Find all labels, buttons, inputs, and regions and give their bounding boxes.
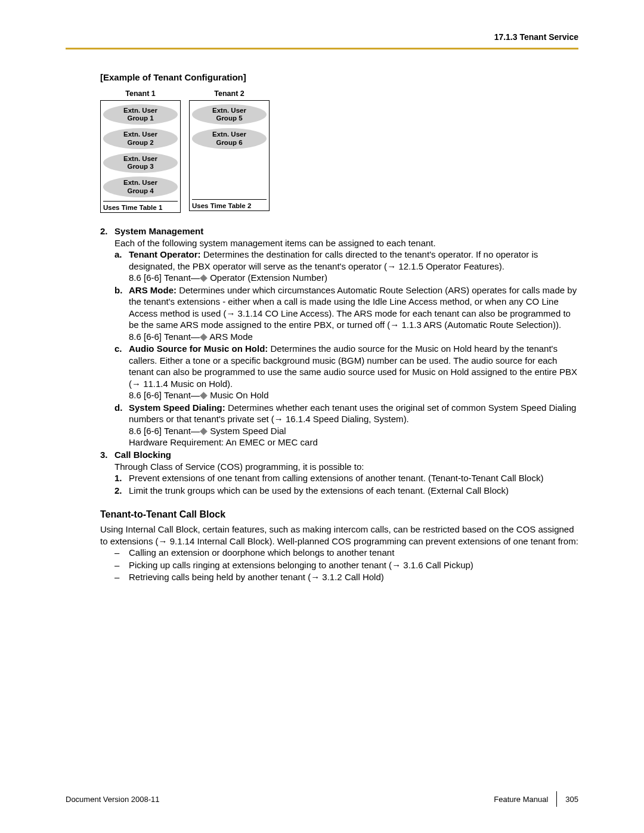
example-heading: [Example of Tenant Configuration]	[100, 72, 578, 82]
tenant-2-label: Tenant 2	[189, 89, 270, 98]
bullet-text: Calling an extension or doorphone which …	[129, 547, 394, 559]
footer-divider	[556, 791, 557, 807]
item-d-text: System Speed Dialing: Determines whether…	[129, 402, 578, 448]
item-a-text: Tenant Operator: Determines the destinat…	[129, 249, 578, 284]
footer-page-number: 305	[565, 795, 578, 804]
diamond-icon	[200, 392, 208, 400]
item-2-text: Limit the trunk groups which can be used…	[129, 485, 578, 497]
extn-group: Extn. UserGroup 1	[103, 104, 178, 125]
item-b-letter: b.	[114, 284, 129, 343]
sec-2-intro: Each of the following system management …	[114, 237, 578, 249]
item-2-number: 2.	[114, 485, 129, 497]
dash-bullet: –	[114, 571, 129, 583]
extn-group: Extn. UserGroup 5	[192, 104, 267, 125]
diamond-icon	[200, 333, 208, 341]
bullet-text: Retrieving calls being held by another t…	[129, 571, 384, 583]
extn-group: Extn. UserGroup 4	[103, 176, 178, 197]
header-rule	[66, 48, 578, 49]
tenant-1-uses: Uses Time Table 1	[103, 201, 178, 211]
call-block-heading: Tenant-to-Tenant Call Block	[100, 509, 578, 520]
diamond-icon	[200, 428, 208, 435]
header-section-label: 17.1.3 Tenant Service	[66, 32, 578, 42]
sec-3-number: 3.	[100, 450, 114, 460]
tenant-1-label: Tenant 1	[100, 89, 181, 98]
item-c-text: Audio Source for Music on Hold: Determin…	[129, 343, 578, 401]
call-block-paragraph: Using Internal Call Block, certain featu…	[100, 524, 578, 547]
footer-manual-label: Feature Manual	[494, 795, 548, 804]
tenant-2-box: Tenant 2 Extn. UserGroup 5 Extn. UserGro…	[189, 89, 270, 213]
dash-bullet: –	[114, 559, 129, 571]
item-a-letter: a.	[114, 249, 129, 284]
sec-3-intro: Through Class of Service (COS) programmi…	[114, 461, 578, 473]
tenant-1-box: Tenant 1 Extn. UserGroup 1 Extn. UserGro…	[100, 89, 181, 213]
dash-bullet: –	[114, 547, 129, 559]
extn-group: Extn. UserGroup 2	[103, 128, 178, 148]
bullet-text: Picking up calls ringing at extensions b…	[129, 559, 473, 571]
diamond-icon	[200, 274, 208, 282]
tenant-diagram: Tenant 1 Extn. UserGroup 1 Extn. UserGro…	[100, 89, 578, 213]
sec-2-title: System Management	[114, 226, 203, 236]
sec-3-title: Call Blocking	[114, 450, 171, 460]
extn-group: Extn. UserGroup 3	[103, 153, 178, 173]
sec-2-number: 2.	[100, 226, 114, 236]
item-b-text: ARS Mode: Determines under which circums…	[129, 284, 578, 343]
page-footer: Document Version 2008-11 Feature Manual …	[66, 791, 578, 807]
item-d-letter: d.	[114, 402, 129, 448]
item-1-number: 1.	[114, 472, 129, 484]
item-c-letter: c.	[114, 343, 129, 401]
footer-doc-version: Document Version 2008-11	[66, 795, 160, 804]
extn-group: Extn. UserGroup 6	[192, 128, 267, 148]
tenant-2-uses: Uses Time Table 2	[192, 199, 267, 209]
item-1-text: Prevent extensions of one tenant from ca…	[129, 472, 578, 484]
